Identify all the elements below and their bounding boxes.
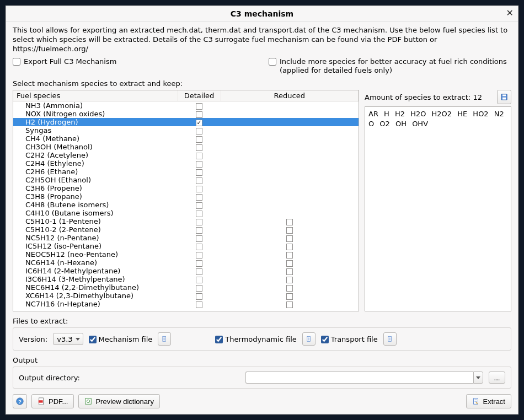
include-more-option[interactable]: Include more species for better accuracy…	[269, 57, 511, 76]
table-row[interactable]: Syngas	[13, 126, 359, 134]
detailed-checkbox[interactable]	[196, 153, 202, 159]
table-row[interactable]: NC6H14 (n-Hexane)	[13, 259, 359, 267]
table-row[interactable]: IC6H14 (2-Methylpentane)	[13, 267, 359, 275]
reduced-cell[interactable]	[221, 209, 359, 217]
reduced-cell[interactable]	[221, 134, 359, 143]
detailed-cell[interactable]	[178, 159, 221, 168]
table-row[interactable]: NC7H16 (n-Heptane)	[13, 300, 359, 308]
detailed-cell[interactable]	[178, 300, 221, 308]
reduced-cell[interactable]	[221, 126, 359, 134]
reduced-cell[interactable]	[221, 250, 359, 259]
detailed-cell[interactable]	[178, 259, 221, 267]
table-row[interactable]: NOX (Nitrogen oxides)	[13, 110, 359, 118]
reduced-checkbox[interactable]	[286, 301, 293, 308]
reduced-checkbox[interactable]	[286, 293, 293, 300]
reduced-checkbox[interactable]	[286, 244, 293, 250]
reduced-cell[interactable]	[221, 259, 359, 267]
detailed-cell[interactable]	[178, 192, 221, 201]
detailed-checkbox[interactable]	[196, 211, 202, 217]
mechanism-file-option[interactable]: Mechanism file	[89, 335, 153, 343]
detailed-checkbox[interactable]	[196, 177, 202, 184]
chevron-down-icon[interactable]	[473, 371, 483, 384]
table-row[interactable]: NEC6H14 (2,2-Dimethylbutane)	[13, 283, 359, 292]
detailed-cell[interactable]	[178, 242, 221, 250]
output-dir-input[interactable]	[245, 371, 473, 384]
table-row[interactable]: C2H2 (Acetylene)	[13, 151, 359, 159]
table-row[interactable]: NEOC5H12 (neo-Pentane)	[13, 250, 359, 259]
detailed-cell[interactable]	[178, 201, 221, 209]
detailed-cell[interactable]	[178, 126, 221, 134]
detailed-checkbox[interactable]	[196, 194, 202, 201]
detailed-cell[interactable]	[178, 225, 221, 234]
table-row[interactable]: C5H10-2 (2-Pentene)	[13, 225, 359, 234]
reduced-checkbox[interactable]	[286, 277, 293, 283]
column-header-detailed[interactable]: Detailed	[178, 90, 221, 101]
reduced-cell[interactable]	[221, 283, 359, 292]
reduced-checkbox[interactable]	[286, 268, 293, 275]
detailed-checkbox[interactable]	[196, 186, 202, 192]
detailed-checkbox[interactable]	[196, 161, 202, 168]
reduced-checkbox[interactable]	[286, 227, 293, 234]
table-row[interactable]: XC6H14 (2,3-Dimethylbutane)	[13, 292, 359, 300]
detailed-cell[interactable]	[178, 101, 221, 110]
thermo-file-option[interactable]: Thermodynamic file	[215, 335, 296, 343]
reduced-cell[interactable]	[221, 110, 359, 118]
detailed-cell[interactable]	[178, 292, 221, 300]
thermo-checkbox[interactable]	[215, 336, 223, 343]
detailed-cell[interactable]	[178, 217, 221, 225]
table-row[interactable]: C2H6 (Ethane)	[13, 168, 359, 176]
detailed-cell[interactable]	[178, 168, 221, 176]
reduced-cell[interactable]	[221, 101, 359, 110]
detailed-cell[interactable]	[178, 110, 221, 118]
detailed-cell[interactable]	[178, 283, 221, 292]
save-species-button[interactable]	[497, 90, 511, 104]
preview-dictionary-button[interactable]: Preview dictionary	[78, 394, 160, 408]
help-button[interactable]: ?	[13, 394, 27, 408]
detailed-cell[interactable]	[178, 134, 221, 143]
detailed-checkbox[interactable]	[196, 144, 202, 151]
transport-file-button[interactable]	[383, 332, 397, 346]
detailed-checkbox[interactable]	[196, 111, 202, 118]
reduced-cell[interactable]	[221, 275, 359, 283]
reduced-checkbox[interactable]	[286, 260, 293, 267]
table-row[interactable]: NC5H12 (n-Pentane)	[13, 234, 359, 242]
mechanism-checkbox[interactable]	[89, 336, 97, 343]
reduced-cell[interactable]	[221, 300, 359, 308]
reduced-cell[interactable]	[221, 176, 359, 184]
detailed-cell[interactable]	[178, 275, 221, 283]
extract-button[interactable]: Extract	[466, 394, 511, 408]
close-icon[interactable]: ✕	[506, 8, 514, 18]
table-row[interactable]: CH3OH (Methanol)	[13, 143, 359, 151]
table-row[interactable]: C5H10-1 (1-Pentene)	[13, 217, 359, 225]
table-row[interactable]: I3C6H14 (3-Methylpentane)	[13, 275, 359, 283]
mechanism-file-button[interactable]	[158, 332, 171, 346]
reduced-cell[interactable]	[221, 118, 359, 126]
detailed-checkbox[interactable]	[196, 244, 202, 250]
table-row[interactable]: NH3 (Ammonia)	[13, 101, 359, 110]
detailed-checkbox[interactable]	[196, 260, 202, 267]
reduced-checkbox[interactable]	[286, 285, 293, 292]
table-row[interactable]: C2H5OH (Ethanol)	[13, 176, 359, 184]
table-row[interactable]: H2 (Hydrogen)	[13, 118, 359, 126]
export-full-option[interactable]: Export Full C3 Mechanism	[13, 57, 255, 76]
detailed-cell[interactable]	[178, 250, 221, 259]
detailed-checkbox[interactable]	[196, 120, 202, 126]
reduced-checkbox[interactable]	[286, 235, 293, 242]
detailed-checkbox[interactable]	[196, 293, 202, 300]
table-row[interactable]: CH4 (Methane)	[13, 134, 359, 143]
table-row[interactable]: C2H4 (Ethylene)	[13, 159, 359, 168]
reduced-cell[interactable]	[221, 184, 359, 192]
include-more-checkbox[interactable]	[269, 58, 276, 66]
detailed-checkbox[interactable]	[196, 169, 202, 176]
reduced-cell[interactable]	[221, 151, 359, 159]
detailed-checkbox[interactable]	[196, 277, 202, 283]
detailed-cell[interactable]	[178, 176, 221, 184]
reduced-cell[interactable]	[221, 159, 359, 168]
detailed-cell[interactable]	[178, 118, 221, 126]
reduced-cell[interactable]	[221, 242, 359, 250]
reduced-cell[interactable]	[221, 292, 359, 300]
pdf-button[interactable]: PDF...	[31, 394, 74, 408]
detailed-checkbox[interactable]	[196, 301, 202, 308]
detailed-checkbox[interactable]	[196, 202, 202, 209]
detailed-checkbox[interactable]	[196, 219, 202, 225]
